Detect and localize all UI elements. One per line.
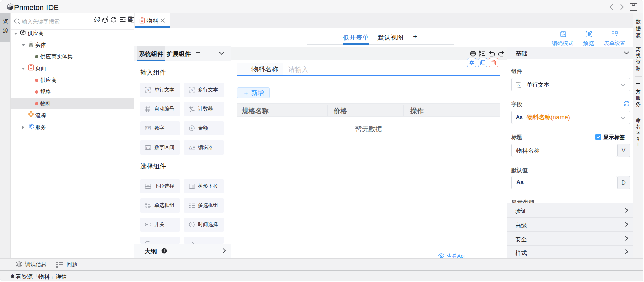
svg-text:AI: AI (96, 18, 99, 21)
svg-text:En: En (129, 18, 132, 21)
svg-text:¥: ¥ (190, 126, 193, 130)
svg-text:A: A (147, 88, 150, 92)
svg-text:1~3: 1~3 (146, 146, 150, 149)
svg-text:A: A (191, 88, 193, 92)
svg-text:A: A (189, 145, 192, 150)
svg-text:123: 123 (146, 127, 151, 130)
svg-text:A: A (517, 83, 520, 87)
